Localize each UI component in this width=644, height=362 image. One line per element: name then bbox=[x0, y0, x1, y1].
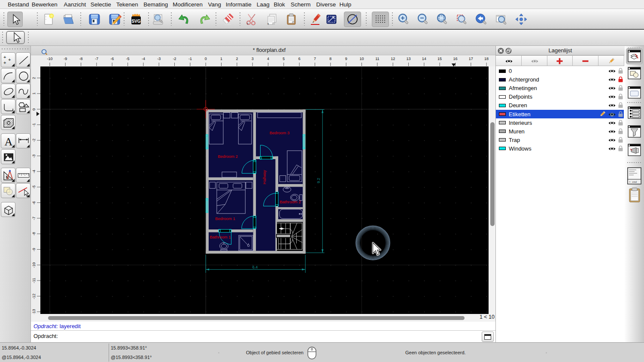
svg-text:Bedroom 3: Bedroom 3 bbox=[270, 130, 289, 135]
svg-text:Bathroom 2: Bathroom 2 bbox=[279, 199, 301, 204]
svg-text:+: + bbox=[267, 22, 269, 26]
svg-text:Bedroom 2: Bedroom 2 bbox=[218, 154, 237, 159]
svg-text:Bedroom 1: Bedroom 1 bbox=[215, 216, 235, 221]
svg-text:+: + bbox=[3, 60, 6, 65]
svg-text:+: + bbox=[8, 57, 11, 62]
svg-text:+: + bbox=[3, 54, 6, 60]
svg-text:Hallway: Hallway bbox=[262, 170, 267, 184]
svg-text:A: A bbox=[4, 136, 12, 148]
svg-text:SVG: SVG bbox=[131, 19, 140, 24]
svg-text:Bathroom 1: Bathroom 1 bbox=[210, 235, 231, 239]
svg-text:> cmd: > cmd bbox=[629, 181, 637, 184]
svg-text:6.4: 6.4 bbox=[252, 265, 258, 269]
svg-text:9.2: 9.2 bbox=[316, 178, 321, 184]
svg-text:+: + bbox=[246, 22, 249, 26]
